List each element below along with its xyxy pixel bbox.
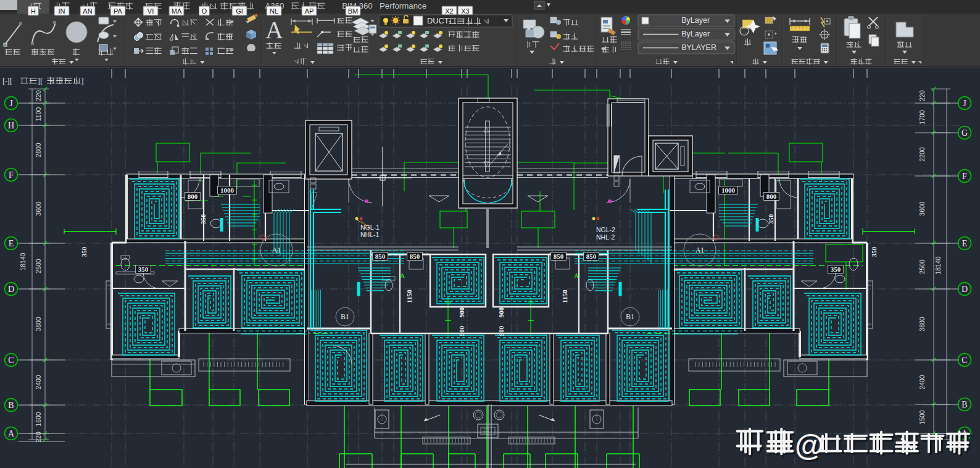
svg-text:1600: 1600 [35, 412, 42, 427]
svg-text:MA: MA [172, 7, 182, 15]
svg-text:E: E [9, 239, 14, 248]
svg-text:1700: 1700 [918, 110, 926, 125]
svg-text:850: 850 [375, 253, 386, 260]
svg-text:Performance: Performance [380, 1, 426, 10]
svg-text:[-][: [-][ [2, 76, 12, 85]
svg-text:H: H [8, 121, 14, 130]
svg-text:GI: GI [236, 7, 243, 15]
svg-text:A1: A1 [696, 246, 705, 254]
svg-text:2500: 2500 [918, 259, 926, 274]
svg-text:B: B [8, 401, 14, 410]
svg-text:2200: 2200 [918, 147, 926, 162]
svg-text:BYLAYER: BYLAYER [681, 43, 716, 52]
svg-text:1150: 1150 [405, 290, 413, 303]
svg-text:O: O [202, 7, 207, 15]
svg-text:G: G [961, 128, 968, 138]
svg-text:900: 900 [497, 325, 505, 336]
svg-text:220: 220 [35, 90, 42, 101]
svg-text:350: 350 [831, 265, 841, 273]
svg-text:PA: PA [114, 7, 123, 15]
svg-text:F: F [962, 172, 967, 181]
svg-text:AN: AN [83, 7, 92, 15]
svg-text:220: 220 [918, 90, 926, 101]
svg-text:1000: 1000 [721, 186, 736, 194]
svg-text:]: ] [81, 76, 84, 85]
svg-text:900: 900 [458, 325, 465, 336]
svg-text:2800: 2800 [35, 143, 42, 157]
svg-text:BM: BM [348, 7, 359, 15]
svg-text:2500: 2500 [35, 259, 42, 274]
svg-text:AP: AP [305, 7, 314, 15]
svg-text:D: D [961, 285, 968, 294]
svg-text:C: C [8, 356, 14, 365]
svg-text:F: F [9, 170, 14, 180]
svg-text:IN: IN [59, 7, 65, 15]
svg-text:900: 900 [458, 307, 465, 317]
svg-text:18140: 18140 [19, 253, 27, 270]
svg-text:A1: A1 [272, 246, 281, 254]
svg-text:900: 900 [497, 307, 505, 317]
svg-text:A: A [265, 16, 283, 44]
svg-text:][: ][ [38, 76, 43, 85]
svg-text:J: J [963, 99, 966, 108]
svg-text:850: 850 [410, 253, 420, 260]
svg-text:850: 850 [554, 253, 564, 260]
svg-text:18140: 18140 [934, 256, 942, 274]
svg-text:A: A [8, 429, 15, 438]
svg-text:@: @ [795, 429, 824, 462]
svg-text:800: 800 [188, 193, 198, 200]
svg-text:NGL-2: NGL-2 [596, 226, 615, 233]
svg-text:▾: ▾ [547, 1, 550, 8]
svg-text:B1: B1 [341, 312, 349, 321]
svg-text:A: A [574, 272, 579, 279]
svg-text:2400: 2400 [918, 375, 926, 390]
svg-text:2400: 2400 [35, 375, 42, 390]
svg-text:H: H [31, 7, 36, 15]
svg-text:VI: VI [147, 7, 154, 15]
svg-text:+: + [774, 31, 777, 37]
svg-text:350: 350 [767, 214, 774, 224]
svg-text:ByLayer: ByLayer [681, 16, 710, 25]
svg-text:ByLayer: ByLayer [681, 30, 710, 38]
svg-text:D: D [8, 285, 14, 294]
svg-text:E: E [962, 239, 968, 248]
svg-text:X3: X3 [461, 7, 469, 15]
svg-text:X2: X2 [445, 7, 453, 15]
svg-text:800: 800 [766, 193, 777, 200]
svg-text:850: 850 [586, 253, 597, 260]
svg-text:NHL-2: NHL-2 [596, 233, 615, 241]
svg-text:3600: 3600 [918, 201, 926, 216]
svg-text:1100: 1100 [35, 107, 42, 122]
svg-text:350: 350 [138, 265, 149, 273]
svg-text:C: C [961, 356, 967, 365]
svg-text:NL: NL [270, 7, 278, 15]
svg-text:DUCT-: DUCT- [427, 16, 451, 25]
svg-text:350: 350 [870, 246, 878, 257]
svg-text:B: B [961, 400, 967, 409]
svg-text:3800: 3800 [918, 317, 926, 332]
svg-text:350: 350 [199, 214, 207, 224]
svg-text:B1: B1 [626, 312, 634, 321]
svg-text:3800: 3800 [35, 317, 42, 332]
svg-text:J: J [9, 99, 13, 108]
svg-text:350: 350 [80, 246, 88, 257]
svg-text:A: A [400, 272, 405, 279]
svg-text:3600: 3600 [35, 201, 42, 216]
svg-text:1000: 1000 [220, 186, 235, 194]
svg-text:1500: 1500 [918, 410, 926, 425]
svg-text:1150: 1150 [561, 290, 568, 303]
